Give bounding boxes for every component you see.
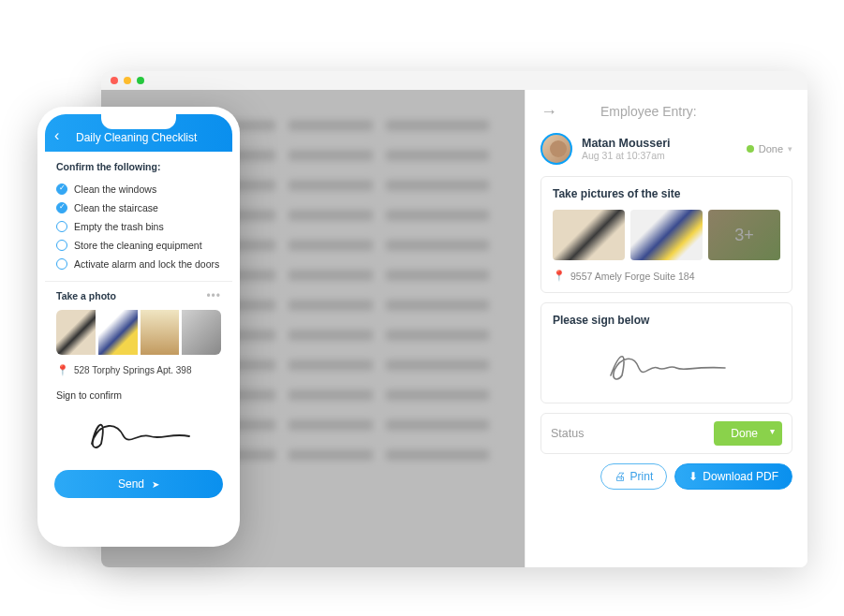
back-icon[interactable]: ‹ (54, 127, 59, 144)
avatar (540, 133, 572, 165)
status-card: Status Done (540, 413, 792, 454)
photo-thumb[interactable] (98, 310, 138, 355)
photo-strip (56, 310, 221, 355)
checkbox-icon (56, 240, 67, 251)
checklist-label: Activate alarm and lock the doors (74, 258, 219, 270)
site-address: 9557 Amely Forge Suite 184 (570, 271, 695, 282)
photo-thumb[interactable] (56, 310, 96, 355)
photo-thumb[interactable] (182, 310, 221, 355)
chevron-down-icon: ▾ (788, 144, 792, 154)
checklist-item[interactable]: Clean the windows (56, 180, 221, 198)
confirm-label: Confirm the following: (56, 161, 221, 172)
status-indicator[interactable]: Done ▾ (747, 143, 792, 154)
signature-pad[interactable] (56, 406, 221, 459)
extra-photos-count: 3+ (708, 210, 780, 260)
checklist-item[interactable]: Activate alarm and lock the doors (56, 255, 221, 273)
print-label: Print (630, 470, 654, 483)
status-dot-icon (747, 145, 754, 153)
user-name: Matan Mousseri (582, 137, 737, 150)
phone-title: Daily Cleaning Checklist (65, 131, 223, 144)
print-button[interactable]: 🖨 Print (600, 463, 668, 490)
pin-icon: 📍 (56, 364, 69, 376)
entry-time: Aug 31 at 10:37am (582, 150, 737, 161)
send-label: Send (118, 477, 144, 491)
checklist-label: Store the cleaning equipment (74, 240, 202, 251)
checklist-label: Clean the staircase (74, 202, 158, 213)
phone-mockup: ‹ Daily Cleaning Checklist Confirm the f… (37, 107, 240, 547)
checklist-item[interactable]: Empty the trash bins (56, 217, 221, 236)
close-window-icon[interactable] (111, 77, 118, 84)
checklist-item[interactable]: Clean the staircase (56, 198, 221, 217)
status-dropdown-label: Done (731, 427, 758, 440)
send-button[interactable]: Send ➤ (54, 470, 223, 498)
print-icon: 🖨 (614, 470, 626, 483)
more-icon[interactable]: ••• (206, 289, 221, 302)
phone-notch (101, 114, 176, 129)
download-pdf-button[interactable]: ⬇ Download PDF (674, 463, 792, 490)
checkbox-icon (56, 183, 67, 195)
take-photo-label: Take a photo (56, 290, 116, 301)
status-text: Done (759, 143, 783, 154)
panel-title: Employee Entry: (600, 104, 697, 119)
entry-detail-panel: → Employee Entry: Matan Mousseri Aug 31 … (525, 90, 807, 567)
back-arrow-icon[interactable]: → (540, 103, 557, 120)
site-photos-title: Take pictures of the site (553, 187, 780, 200)
checkbox-icon (56, 202, 67, 213)
pin-icon: 📍 (553, 270, 566, 282)
site-photo-2[interactable] (630, 210, 703, 260)
sign-label: Sign to confirm (56, 389, 221, 401)
site-photo-1[interactable] (553, 210, 625, 260)
status-label: Status (551, 427, 584, 440)
site-photo-more[interactable]: 3+ (708, 210, 780, 260)
checkbox-icon (56, 258, 67, 270)
maximize-window-icon[interactable] (137, 77, 144, 84)
divider (45, 281, 232, 282)
checklist-label: Clean the windows (74, 183, 156, 195)
window-titlebar (101, 71, 807, 90)
download-icon: ⬇ (689, 470, 698, 483)
signature-display (553, 336, 780, 392)
send-icon: ➤ (152, 479, 159, 490)
checklist-label: Empty the trash bins (74, 221, 164, 232)
signature-card: Please sign below (540, 302, 792, 403)
checklist: Clean the windows Clean the staircase Em… (56, 180, 221, 273)
signature-title: Please sign below (553, 314, 780, 327)
checkbox-icon (56, 221, 67, 232)
phone-address: 528 Torphy Springs Apt. 398 (74, 365, 191, 375)
photo-thumb[interactable] (141, 310, 180, 355)
status-dropdown[interactable]: Done (714, 421, 782, 446)
minimize-window-icon[interactable] (124, 77, 131, 84)
download-label: Download PDF (703, 470, 778, 483)
checklist-item[interactable]: Store the cleaning equipment (56, 236, 221, 255)
site-photos-card: Take pictures of the site 3+ 📍 9557 Amel… (540, 176, 792, 293)
